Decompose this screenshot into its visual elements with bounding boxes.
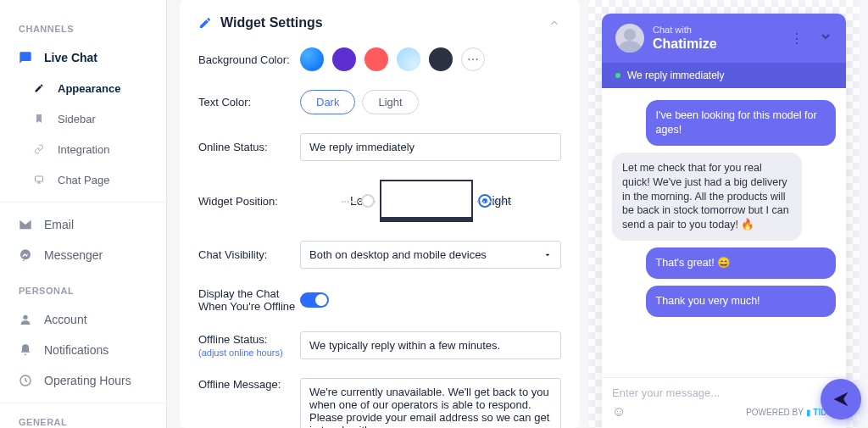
message-bubble-agent: Let me check that for you real quick! We…: [612, 153, 802, 241]
divider: [0, 403, 166, 403]
adjust-hours-link[interactable]: (adjust online hours): [198, 347, 300, 358]
personal-section-label: PERSONAL: [0, 279, 166, 304]
color-swatch-lightblue[interactable]: [397, 47, 420, 71]
sidebar-item-label: Messenger: [44, 248, 103, 262]
sidebar-item-label: Notifications: [44, 343, 108, 357]
pencil-icon: [198, 16, 212, 30]
color-swatch-red[interactable]: [364, 47, 388, 71]
status-text: We reply immediately: [627, 69, 724, 81]
monitor-icon: [32, 173, 46, 186]
more-icon[interactable]: ⋮: [790, 31, 804, 47]
color-swatch-blue[interactable]: [300, 47, 324, 71]
sidebar-item-notifications[interactable]: Notifications: [0, 335, 166, 365]
chat-input-area: Enter your message... ☺ POWERED BY ▮ TID…: [602, 377, 846, 428]
widget-settings-panel: Widget Settings Background Color: ⋯ Text…: [180, 0, 580, 428]
sidebar-item-label: Chat Page: [58, 174, 109, 186]
user-icon: [19, 313, 32, 326]
email-icon: [19, 218, 32, 231]
emoji-icon[interactable]: ☺: [612, 404, 626, 420]
sidebar-item-live-chat[interactable]: Live Chat: [0, 42, 166, 73]
bg-color-label: Background Color:: [198, 53, 300, 66]
offline-message-input[interactable]: [300, 378, 561, 428]
settings-title: Widget Settings: [220, 15, 539, 31]
chat-icon: [19, 51, 32, 64]
sidebar-item-account[interactable]: Account: [0, 304, 166, 335]
text-color-label: Text Color:: [198, 96, 300, 108]
status-bar: We reply immediately: [602, 63, 846, 88]
clock-icon: [19, 374, 32, 387]
sidebar-item-integration[interactable]: Integration: [0, 134, 166, 164]
chevron-down-icon[interactable]: [819, 30, 832, 47]
general-section-label: GENERAL: [0, 410, 166, 428]
text-color-light[interactable]: Light: [362, 90, 418, 114]
pencil-icon: [32, 81, 46, 95]
sidebar-item-label: Appearance: [58, 82, 120, 95]
messenger-icon: [19, 248, 32, 262]
sidebar-item-label: Sidebar: [58, 113, 96, 125]
bookmark-icon: [32, 112, 46, 125]
screen-diagram: [380, 180, 473, 222]
offline-status-input[interactable]: [300, 331, 561, 359]
messages-list: I've been looking for this model for age…: [602, 88, 846, 377]
svg-point-2: [23, 315, 27, 320]
link-icon: [32, 142, 46, 156]
channels-section-label: CHANNELS: [0, 17, 166, 42]
chat-visibility-value: Both on desktop and mobile devices: [309, 248, 487, 261]
sidebar-item-label: Integration: [58, 143, 109, 156]
color-swatch-purple[interactable]: [332, 47, 356, 71]
chat-name: Chatimize: [653, 36, 782, 52]
offline-status-label: Offline Status: (adjust online hours): [198, 333, 300, 358]
chat-input[interactable]: Enter your message...: [612, 386, 836, 399]
online-status-input[interactable]: [300, 133, 561, 161]
color-swatch-more[interactable]: ⋯: [461, 47, 485, 71]
online-status-label: Online Status:: [198, 141, 300, 153]
svg-rect-0: [36, 176, 43, 181]
offline-toggle-label: Display the Chat When You're Offline: [198, 287, 300, 313]
sidebar: CHANNELS Live Chat Appearance Sidebar In…: [0, 0, 167, 428]
text-color-dark[interactable]: Dark: [300, 90, 355, 114]
chat-visibility-select[interactable]: Both on desktop and mobile devices: [300, 241, 561, 269]
avatar: [615, 24, 644, 53]
sidebar-item-messenger[interactable]: Messenger: [0, 240, 166, 270]
bg-color-options: ⋯: [300, 47, 485, 71]
chat-with-label: Chat with: [653, 25, 782, 36]
sidebar-item-label: Email: [44, 218, 74, 231]
bell-icon: [19, 343, 32, 357]
widget-position-label: Widget Position:: [198, 195, 300, 208]
sidebar-item-appearance[interactable]: Appearance: [0, 73, 166, 103]
sidebar-item-label: Operating Hours: [44, 374, 131, 387]
message-bubble-user: I've been looking for this model for age…: [646, 100, 836, 146]
widget-position-left[interactable]: [361, 194, 375, 208]
message-bubble-user: Thank you very much!: [646, 286, 836, 317]
chat-visibility-label: Chat Visibility:: [198, 248, 300, 261]
online-dot-icon: [615, 73, 620, 78]
message-bubble-user: That's great! 😄: [646, 247, 836, 279]
chat-preview: Chat with Chatimize ⋮ We reply immediate…: [588, 0, 860, 428]
sidebar-item-email[interactable]: Email: [0, 209, 166, 240]
divider: [0, 202, 166, 203]
color-swatch-dark[interactable]: [429, 47, 453, 71]
offline-message-label: Offline Message:: [198, 378, 300, 391]
chevron-up-icon[interactable]: [548, 16, 561, 30]
sidebar-item-label: Account: [44, 313, 87, 326]
chat-header: Chat with Chatimize ⋮: [602, 14, 846, 63]
send-button[interactable]: [821, 379, 861, 420]
sidebar-item-label: Live Chat: [44, 51, 97, 64]
chevron-down-icon: [543, 251, 552, 259]
sidebar-item-sidebar[interactable]: Sidebar: [0, 103, 166, 134]
sidebar-item-operating-hours[interactable]: Operating Hours: [0, 365, 166, 396]
display-offline-toggle[interactable]: [300, 292, 329, 308]
sidebar-item-chat-page[interactable]: Chat Page: [0, 164, 166, 195]
